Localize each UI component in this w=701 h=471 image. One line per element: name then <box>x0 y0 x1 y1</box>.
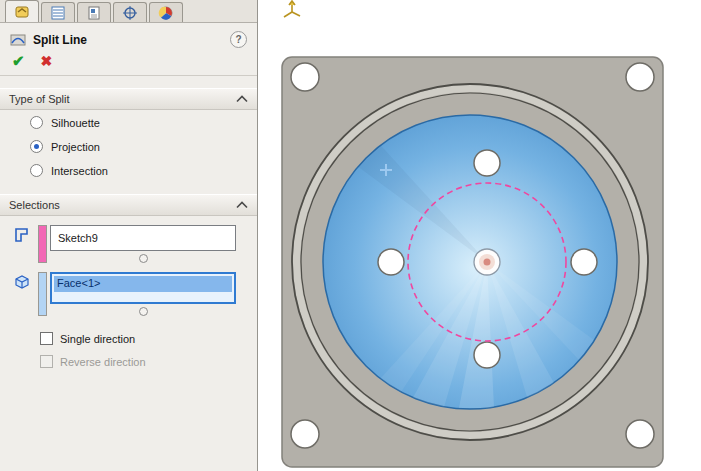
bolt-hole-right[interactable] <box>571 249 597 275</box>
face-icon <box>12 272 32 292</box>
face-selection-box[interactable]: Face<1> <box>50 272 236 304</box>
radio-intersection[interactable] <box>30 164 43 177</box>
sketch-selection-box[interactable]: Sketch9 <box>50 225 236 251</box>
radio-label-projection[interactable]: Projection <box>51 141 100 153</box>
page-title: Split Line <box>33 33 87 47</box>
radio-row-silhouette[interactable]: Silhouette <box>0 110 257 134</box>
bolt-hole-left[interactable] <box>378 249 404 275</box>
propertymanager-tabbar <box>0 0 257 23</box>
origin-triad-icon <box>284 1 300 17</box>
face-color-bar <box>38 272 47 316</box>
face-selection-row: Face<1> <box>12 272 249 316</box>
single-direction-checkbox[interactable] <box>40 332 53 345</box>
configurations-icon <box>86 5 102 21</box>
bolt-hole-top[interactable] <box>474 150 500 176</box>
corner-hole[interactable] <box>626 420 654 448</box>
bolt-hole-bottom[interactable] <box>474 342 500 368</box>
corner-hole[interactable] <box>291 63 319 91</box>
group-label: Selections <box>9 199 236 211</box>
radio-projection[interactable] <box>30 140 43 153</box>
reverse-direction-checkbox <box>40 355 53 368</box>
face-selection-value[interactable]: Face<1> <box>54 276 232 292</box>
group-header-selections[interactable]: Selections <box>0 194 257 216</box>
radio-label-intersection[interactable]: Intersection <box>51 165 108 177</box>
property-manager-panel: Split Line ? ✔ ✖ Type of Split Silhouett… <box>0 0 258 471</box>
model-canvas[interactable] <box>259 0 701 471</box>
tab-configurations[interactable] <box>77 2 111 22</box>
reverse-direction-label: Reverse direction <box>60 356 146 368</box>
corner-hole[interactable] <box>626 63 654 91</box>
help-button[interactable]: ? <box>230 31 247 48</box>
dimxpert-crosshair-icon <box>122 5 138 21</box>
panel-header: Split Line ? <box>0 23 257 52</box>
panel-actions: ✔ ✖ <box>0 52 257 76</box>
radio-row-intersection[interactable]: Intersection <box>0 158 257 182</box>
corner-hole[interactable] <box>291 420 319 448</box>
radio-label-silhouette[interactable]: Silhouette <box>51 117 100 129</box>
sketch-selection-value[interactable]: Sketch9 <box>55 231 231 247</box>
display-sphere-icon <box>158 5 174 21</box>
features-icon <box>14 4 30 20</box>
sketch-center-point[interactable] <box>484 259 491 266</box>
group-label: Type of Split <box>9 93 236 105</box>
split-line-icon <box>10 32 26 48</box>
sketch-contour-icon <box>12 225 32 245</box>
tab-propertymanager[interactable] <box>41 2 75 22</box>
graphics-viewport[interactable] <box>259 0 701 471</box>
solidworks-window: Split Line ? ✔ ✖ Type of Split Silhouett… <box>0 0 701 471</box>
radio-silhouette[interactable] <box>30 116 43 129</box>
ok-button[interactable]: ✔ <box>12 54 25 68</box>
group-header-type-of-split[interactable]: Type of Split <box>0 88 257 110</box>
resize-handle[interactable] <box>139 307 148 316</box>
sketch-color-bar <box>38 225 47 263</box>
radio-row-projection[interactable]: Projection <box>0 134 257 158</box>
sketch-selection-row: Sketch9 <box>12 225 249 263</box>
resize-handle[interactable] <box>139 254 148 263</box>
single-direction-row[interactable]: Single direction <box>0 326 257 349</box>
collapse-chevron-icon <box>236 95 248 103</box>
cancel-button[interactable]: ✖ <box>41 54 53 68</box>
reverse-direction-row: Reverse direction <box>0 349 257 372</box>
tab-display[interactable] <box>149 2 183 22</box>
collapse-chevron-icon <box>236 201 248 209</box>
single-direction-label[interactable]: Single direction <box>60 333 135 345</box>
tab-dimxpert[interactable] <box>113 2 147 22</box>
propertymanager-icon <box>50 5 66 21</box>
tab-features[interactable] <box>5 0 39 22</box>
